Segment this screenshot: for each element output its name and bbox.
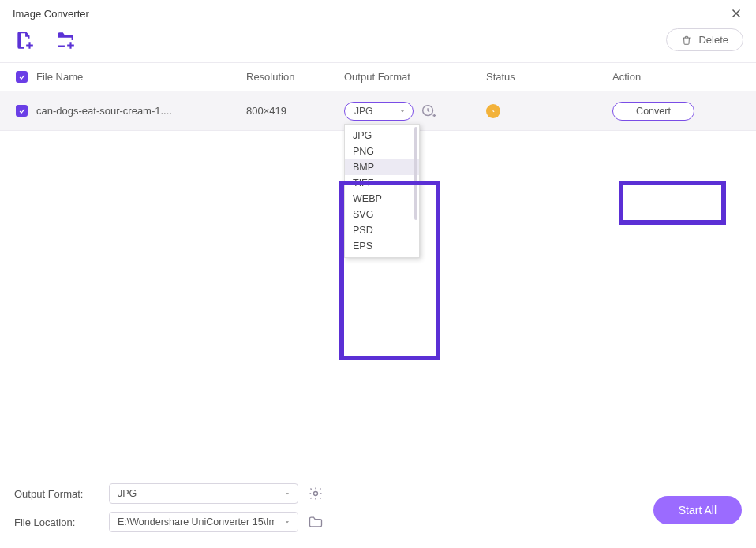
col-header-resolution: Resolution [246,71,344,83]
row-format-value: JPG [354,106,372,117]
col-header-action: Action [612,71,743,83]
chevron-down-icon [283,490,291,498]
format-option[interactable]: SVG [345,207,419,222]
row-format-settings-icon[interactable] [420,103,437,120]
row-format-select[interactable]: JPG [344,102,414,121]
col-header-status: Status [486,71,612,83]
format-option[interactable]: WEBP [345,191,419,207]
add-file-icon[interactable] [14,30,35,50]
format-option[interactable]: JPG [345,128,419,144]
footer: Output Format: JPG File Location: E:\Won… [0,472,756,548]
footer-file-location-label: File Location: [14,516,99,528]
format-option[interactable]: PSD [345,222,419,238]
delete-button[interactable]: Delete [666,28,743,51]
footer-file-location-value: E:\Wondershare UniConverter 15\Ima [118,516,275,527]
footer-output-format-select[interactable]: JPG [109,483,298,504]
col-header-format: Output Format [344,71,486,83]
window-title: Image Converter [13,8,89,20]
close-icon[interactable] [729,6,743,21]
col-header-name: File Name [35,71,246,83]
convert-button[interactable]: Convert [612,102,694,121]
chevron-down-icon [399,107,406,115]
delete-label: Delete [698,34,728,46]
highlight-action-column [619,181,726,225]
row-checkbox[interactable] [16,105,28,117]
footer-output-format-label: Output Format: [14,488,99,500]
table-row: can-dogs-eat-sour-cream-1.... 800×419 JP… [0,91,756,131]
footer-output-format-value: JPG [118,488,137,499]
footer-format-settings-icon[interactable] [308,486,324,501]
chevron-down-icon [283,518,291,526]
table-header: File Name Resolution Output Format Statu… [0,63,756,91]
content-area: can-dogs-eat-sour-cream-1.... 800×419 JP… [0,91,756,472]
format-option[interactable]: EPS [345,238,419,254]
titlebar: Image Converter [0,0,756,25]
convert-label: Convert [636,106,671,117]
row-resolution: 800×419 [246,105,286,117]
format-option[interactable]: BMP [345,159,419,175]
svg-point-1 [314,492,318,496]
pending-status-icon [486,104,500,118]
start-all-button[interactable]: Start All [653,496,742,524]
format-option[interactable]: TIFF [345,175,419,191]
select-all-checkbox[interactable] [16,71,28,83]
add-folder-icon[interactable] [55,30,76,50]
toolbar: Delete [0,25,756,63]
row-filename: can-dogs-eat-sour-cream-1.... [36,105,172,117]
dropdown-scrollbar[interactable] [414,127,417,220]
trash-icon [681,35,692,46]
footer-file-location-select[interactable]: E:\Wondershare UniConverter 15\Ima [109,512,298,532]
format-dropdown: JPG PNG BMP TIFF WEBP SVG PSD EPS [344,124,420,258]
start-all-label: Start All [679,504,717,516]
format-option[interactable]: PNG [345,144,419,159]
open-folder-icon[interactable] [308,514,324,530]
